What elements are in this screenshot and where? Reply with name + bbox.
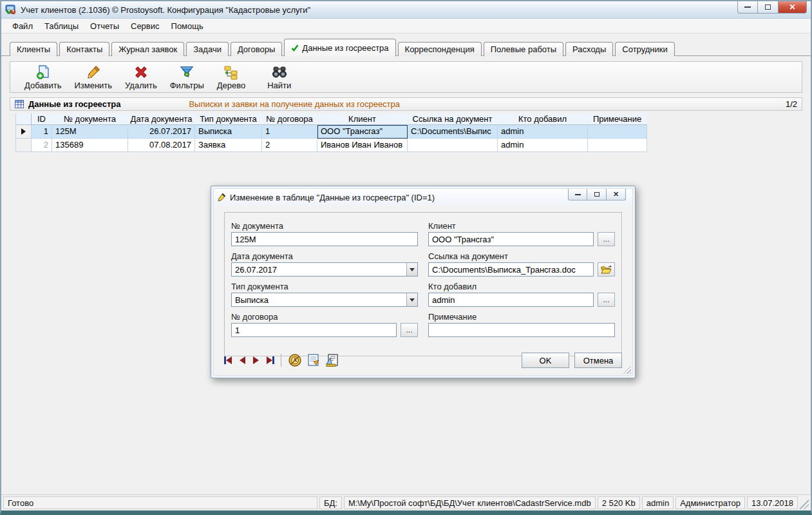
doc-date-dropdown-button[interactable] <box>406 263 417 276</box>
added-by-label: Кто добавил <box>428 282 615 291</box>
column-header-link[interactable]: Ссылка на документ <box>408 113 498 125</box>
column-header-id[interactable]: ID <box>32 113 52 125</box>
cell-id[interactable]: 2 <box>32 139 52 152</box>
status-role: Администратор <box>675 496 745 509</box>
menu-reports[interactable]: Отчеты <box>84 19 125 33</box>
cell-contract[interactable]: 2 <box>262 139 317 152</box>
column-header-client[interactable]: Клиент <box>317 113 408 125</box>
tab-registry-data[interactable]: Данные из госреестра <box>284 39 395 56</box>
prev-record-icon[interactable] <box>240 356 245 364</box>
tab-tasks[interactable]: Задачи <box>186 42 229 56</box>
doc-type-label: Тип документа <box>231 282 418 291</box>
column-header-added-by[interactable]: Кто добавил <box>498 113 588 125</box>
add-record-icon <box>35 64 51 80</box>
column-header-doc-type[interactable]: Тип документа <box>195 113 262 125</box>
delete-button[interactable]: Удалить <box>118 63 164 92</box>
doc-type-dropdown-button[interactable] <box>406 293 417 306</box>
tab-employees[interactable]: Сотрудники <box>615 42 674 56</box>
tab-field-works[interactable]: Полевые работы <box>484 42 563 56</box>
cancel-button[interactable]: Отмена <box>574 353 622 368</box>
contract-lookup-button[interactable]: ... <box>401 323 418 337</box>
cell-added-by[interactable]: admin <box>498 125 588 139</box>
tab-expenses[interactable]: Расходы <box>565 42 613 56</box>
add-button[interactable]: Добавить <box>18 63 68 92</box>
doc-type-input[interactable] <box>231 293 418 307</box>
window-controls: ✕ <box>737 1 807 14</box>
app-window: Учет клиентов (2.1036) © Prostoysoft. Ко… <box>0 0 812 515</box>
added-by-lookup-button[interactable]: ... <box>598 293 615 307</box>
cell-id[interactable]: 1 <box>32 125 52 139</box>
status-db-size: 2 520 Kb <box>598 496 640 509</box>
filters-button[interactable]: Фильтры <box>164 63 211 92</box>
cell-note[interactable] <box>588 139 647 152</box>
cell-contract[interactable]: 1 <box>262 125 317 139</box>
tab-correspondence[interactable]: Корреспонденция <box>398 42 482 56</box>
last-record-icon[interactable] <box>267 356 274 364</box>
table-row[interactable]: 1 125М 26.07.2017 Выписка 1 ООО "Трансга… <box>16 125 647 139</box>
ok-button[interactable]: OK <box>522 353 569 368</box>
close-button[interactable]: ✕ <box>779 1 807 14</box>
header-gutter <box>16 113 32 125</box>
record-navigator <box>224 356 274 364</box>
row-selector-marker <box>16 125 32 139</box>
menu-tables[interactable]: Таблицы <box>39 19 84 33</box>
cell-client-focused[interactable]: ООО "Трансгаз" <box>317 125 408 139</box>
contract-number-input[interactable] <box>231 323 397 337</box>
menu-file[interactable]: Файл <box>6 19 39 33</box>
chevron-down-icon <box>410 268 415 271</box>
table-row[interactable]: 2 135689 07.08.2017 Заявка 2 Иванов Иван… <box>16 139 647 152</box>
dialog-resize-grip[interactable] <box>623 365 631 374</box>
cell-doc-number[interactable]: 125М <box>52 125 128 139</box>
tree-button[interactable]: Дерево <box>211 63 252 92</box>
cell-link[interactable]: C:\Documents\Выпис <box>408 125 498 139</box>
doc-number-input[interactable] <box>231 232 418 246</box>
column-header-note[interactable]: Примечание <box>588 113 647 125</box>
edit-button[interactable]: Изменить <box>68 63 118 92</box>
status-user: admin <box>642 496 674 509</box>
dialog-close-button[interactable]: ✕ <box>607 189 626 200</box>
cell-doc-type[interactable]: Заявка <box>195 139 262 152</box>
first-record-icon[interactable] <box>224 356 232 364</box>
doc-number-label: № документа <box>231 221 418 231</box>
tab-clients[interactable]: Клиенты <box>10 42 57 56</box>
cell-doc-number[interactable]: 135689 <box>52 139 128 152</box>
cell-doc-date[interactable]: 26.07.2017 <box>128 125 195 139</box>
tab-contracts[interactable]: Договоры <box>231 42 282 56</box>
column-header-doc-date[interactable]: Дата документа <box>128 113 195 125</box>
edit-form-icon[interactable] <box>307 353 321 367</box>
note-label: Примечание <box>428 312 615 322</box>
doc-date-input[interactable] <box>231 262 418 277</box>
cell-doc-date[interactable]: 07.08.2017 <box>128 139 195 152</box>
doc-link-input[interactable] <box>428 262 594 277</box>
client-input[interactable] <box>428 232 594 246</box>
status-db-path: M:\My\Простой софт\БД\БД\Учет клиентов\C… <box>344 496 596 509</box>
minimize-button[interactable] <box>737 1 758 14</box>
cell-note[interactable] <box>588 125 647 139</box>
statusbar: Готово БД: M:\My\Простой софт\БД\БД\Учет… <box>1 494 811 510</box>
dialog-minimize-button[interactable] <box>568 189 587 200</box>
menu-service[interactable]: Сервис <box>125 19 165 33</box>
cell-client[interactable]: Иванов Иван Иванов <box>317 139 408 152</box>
table-grid-icon[interactable] <box>15 100 24 108</box>
added-by-input[interactable] <box>428 293 594 307</box>
note-input[interactable] <box>428 323 615 337</box>
tab-request-log[interactable]: Журнал заявок <box>111 42 184 56</box>
client-lookup-button[interactable]: ... <box>598 232 615 246</box>
clock-globe-icon[interactable] <box>288 353 302 367</box>
find-button[interactable]: Найти <box>261 63 297 92</box>
column-header-contract[interactable]: № договора <box>262 113 317 125</box>
tree-folders-icon <box>223 64 239 80</box>
window-resize-grip[interactable] <box>800 496 809 509</box>
cell-added-by[interactable]: admin <box>498 139 588 152</box>
next-record-icon[interactable] <box>253 356 259 364</box>
tab-contacts[interactable]: Контакты <box>59 42 109 56</box>
menu-help[interactable]: Помощь <box>165 19 209 33</box>
report-icon[interactable] <box>325 353 339 367</box>
dialog-maximize-button[interactable] <box>587 189 607 200</box>
column-header-doc-number[interactable]: № документа <box>52 113 128 125</box>
browse-file-button[interactable] <box>598 262 615 277</box>
cell-link[interactable] <box>408 139 498 152</box>
cell-doc-type[interactable]: Выписка <box>195 125 262 139</box>
toolbar: Добавить Изменить Удалить <box>10 61 802 93</box>
maximize-button[interactable] <box>758 1 779 14</box>
